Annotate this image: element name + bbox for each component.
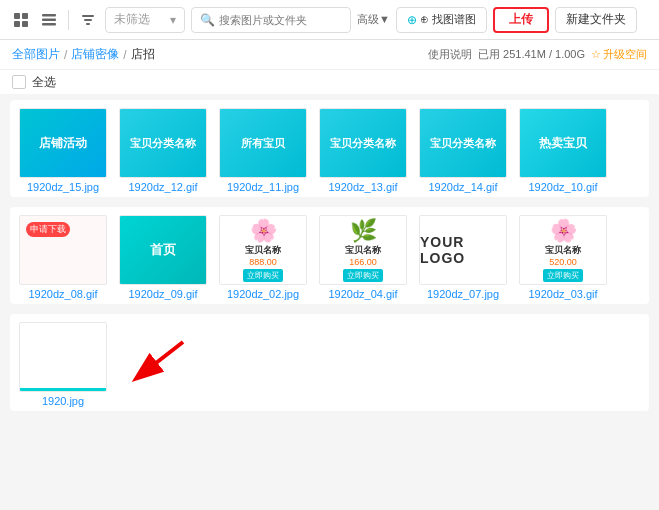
thumb-your-logo: YOUR LOGO <box>420 216 506 284</box>
svg-line-11 <box>138 342 183 377</box>
breadcrumb-all-images[interactable]: 全部图片 <box>12 46 60 63</box>
svg-rect-7 <box>82 15 94 17</box>
contact-icon: ⊕ <box>407 13 417 27</box>
thumb-all-items: 所有宝贝 <box>220 109 306 177</box>
list-item[interactable]: 🌸 宝贝名称 888.00 立即购买 1920dz_02.jpg <box>218 215 308 300</box>
divider1 <box>68 10 69 30</box>
breadcrumb: 全部图片 / 店铺密像 / 店招 <box>12 46 155 63</box>
thumb-hot-items: 热卖宝贝 <box>520 109 606 177</box>
grid-view-icon[interactable] <box>10 9 32 31</box>
file-thumbnail: 宝贝分类名称 <box>419 108 507 178</box>
list-item[interactable]: 所有宝贝 1920dz_11.jpg <box>218 108 308 193</box>
content-area: 店铺活动 1920dz_15.jpg 宝贝分类名称 1920dz_12.gif … <box>0 94 659 510</box>
file-thumbnail: 首页 <box>119 215 207 285</box>
list-view-icon[interactable] <box>38 9 60 31</box>
new-folder-button[interactable]: 新建文件夹 <box>555 7 637 33</box>
file-thumbnail: 🌸 宝贝名称 520.00 立即购买 <box>519 215 607 285</box>
select-all-checkbox[interactable] <box>12 75 26 89</box>
file-name: 1920dz_09.gif <box>119 288 207 300</box>
search-input[interactable] <box>219 14 329 26</box>
file-name: 1920dz_12.gif <box>119 181 207 193</box>
list-item[interactable]: 🌸 宝贝名称 520.00 立即购买 1920dz_03.gif <box>518 215 608 300</box>
upgrade-button[interactable]: ☆ 升级空间 <box>591 47 647 62</box>
file-name: 1920dz_07.jpg <box>419 288 507 300</box>
flower2-icon: 🌿 <box>350 218 377 244</box>
thumb-category3: 宝贝分类名称 <box>420 109 506 177</box>
upload-button[interactable]: 上传 <box>493 7 549 33</box>
storage-info: 使用说明 已用 251.41M / 1.00G ☆ 升级空间 <box>428 47 647 62</box>
thumb-product2: 🌿 宝贝名称 166.00 立即购买 <box>320 216 406 284</box>
thumb-badge: 申请下载 <box>26 222 70 237</box>
arrow-annotation <box>118 322 198 402</box>
list-item[interactable]: 🌿 宝贝名称 166.00 立即购买 1920dz_04.gif <box>318 215 408 300</box>
list-item[interactable]: 宝贝分类名称 1920dz_13.gif <box>318 108 408 193</box>
file-thumbnail: 热卖宝贝 <box>519 108 607 178</box>
file-thumbnail: 宝贝分类名称 <box>319 108 407 178</box>
find-image-button[interactable]: ⊕ ⊕ 找图谱图 <box>396 7 487 33</box>
file-name: 1920dz_08.gif <box>19 288 107 300</box>
thumb-shop-activity: 店铺活动 <box>20 109 106 177</box>
star-icon: ☆ <box>591 48 601 61</box>
thumb-product3: 🌸 宝贝名称 520.00 立即购买 <box>520 216 606 284</box>
list-item[interactable]: 店铺活动 1920dz_15.jpg <box>18 108 108 193</box>
file-row-2: 申请下载 1920dz_08.gif 首页 1920dz_09.gif 🌸 宝贝… <box>10 207 649 304</box>
file-thumbnail: 所有宝贝 <box>219 108 307 178</box>
select-all-bar: 全选 <box>0 70 659 94</box>
advanced-search-btn[interactable]: 高级▼ <box>357 12 390 27</box>
svg-rect-2 <box>14 21 20 27</box>
svg-rect-5 <box>42 18 56 21</box>
file-thumbnail <box>19 322 107 392</box>
thumb-category: 宝贝分类名称 <box>120 109 206 177</box>
file-name: 1920dz_10.gif <box>519 181 607 193</box>
file-name: 1920dz_14.gif <box>419 181 507 193</box>
file-name: 1920dz_02.jpg <box>219 288 307 300</box>
thumb-product1: 🌸 宝贝名称 888.00 立即购买 <box>220 216 306 284</box>
file-row-3: 1920.jpg <box>10 314 649 411</box>
list-item[interactable]: 首页 1920dz_09.gif <box>118 215 208 300</box>
file-row-1: 店铺活动 1920dz_15.jpg 宝贝分类名称 1920dz_12.gif … <box>10 100 649 197</box>
search-icon: 🔍 <box>200 13 215 27</box>
filter-select[interactable]: 未筛选 ▾ <box>105 7 185 33</box>
breadcrumb-sep2: / <box>123 48 126 62</box>
list-item[interactable]: 宝贝分类名称 1920dz_12.gif <box>118 108 208 193</box>
svg-rect-9 <box>86 23 90 25</box>
file-thumbnail: 申请下载 <box>19 215 107 285</box>
file-thumbnail: 🌸 宝贝名称 888.00 立即购买 <box>219 215 307 285</box>
svg-rect-1 <box>22 13 28 19</box>
file-thumbnail: 🌿 宝贝名称 166.00 立即购买 <box>319 215 407 285</box>
used-space: 已用 251.41M / 1.00G <box>478 47 585 62</box>
list-item[interactable]: 申请下载 1920dz_08.gif <box>18 215 108 300</box>
search-box: 🔍 <box>191 7 351 33</box>
flower-icon: 🌸 <box>250 218 277 244</box>
file-thumbnail: YOUR LOGO <box>419 215 507 285</box>
toolbar: 未筛选 ▾ 🔍 高级▼ ⊕ ⊕ 找图谱图 上传 新建文件夹 <box>0 0 659 40</box>
thumb-white-bottom <box>20 323 106 391</box>
list-item[interactable]: 热卖宝贝 1920dz_10.gif <box>518 108 608 193</box>
svg-rect-0 <box>14 13 20 19</box>
breadcrumb-sep1: / <box>64 48 67 62</box>
svg-rect-6 <box>42 23 56 26</box>
list-item[interactable]: 1920.jpg <box>18 322 108 407</box>
select-all-label[interactable]: 全选 <box>32 74 56 91</box>
file-name: 1920dz_13.gif <box>319 181 407 193</box>
file-name: 1920dz_11.jpg <box>219 181 307 193</box>
thumb-homepage: 首页 <box>120 216 206 284</box>
file-name: 1920dz_15.jpg <box>19 181 107 193</box>
svg-rect-3 <box>22 21 28 27</box>
breadcrumb-shop-images[interactable]: 店铺密像 <box>71 46 119 63</box>
file-name: 1920.jpg <box>19 395 107 407</box>
list-item[interactable]: YOUR LOGO 1920dz_07.jpg <box>418 215 508 300</box>
thumb-category2: 宝贝分类名称 <box>320 109 406 177</box>
red-arrow-svg <box>118 322 198 402</box>
svg-rect-4 <box>42 14 56 17</box>
file-thumbnail: 店铺活动 <box>19 108 107 178</box>
svg-rect-8 <box>84 19 92 21</box>
file-name: 1920dz_04.gif <box>319 288 407 300</box>
usage-label[interactable]: 使用说明 <box>428 47 472 62</box>
file-name: 1920dz_03.gif <box>519 288 607 300</box>
sort-icon[interactable] <box>77 9 99 31</box>
file-thumbnail: 宝贝分类名称 <box>119 108 207 178</box>
list-item[interactable]: 宝贝分类名称 1920dz_14.gif <box>418 108 508 193</box>
breadcrumb-current: 店招 <box>131 46 155 63</box>
flower3-icon: 🌸 <box>550 218 577 244</box>
